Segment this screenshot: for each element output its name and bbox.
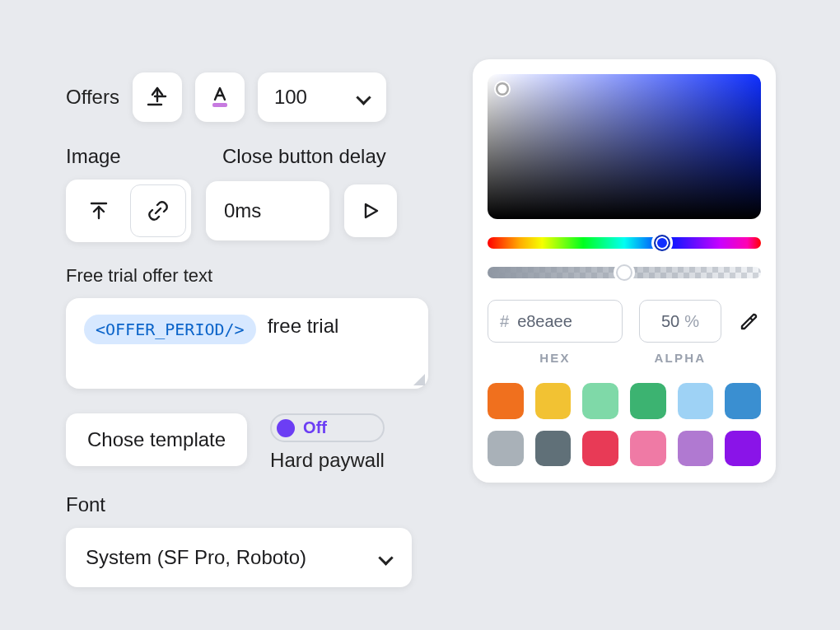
strikethrough-button[interactable] (133, 72, 182, 122)
font-size-value: 100 (274, 86, 307, 109)
swatch-grid (488, 383, 761, 466)
alpha-input[interactable]: 50 % (639, 300, 721, 343)
eyedropper-icon (739, 310, 760, 332)
toggle-state-label: Off (303, 418, 327, 437)
hex-value: e8eaee (517, 312, 572, 331)
hex-field-label: HEX (488, 351, 623, 365)
hue-slider[interactable] (488, 237, 761, 249)
image-delay-row: 0ms (66, 180, 445, 242)
swatch[interactable] (678, 383, 714, 419)
upload-icon (86, 198, 111, 223)
swatch[interactable] (630, 431, 666, 467)
image-delay-labels: Image Close button delay (66, 145, 445, 168)
percent-icon: % (684, 312, 699, 331)
swatch[interactable] (582, 431, 618, 467)
close-delay-value: 0ms (224, 199, 261, 222)
color-gradient-area[interactable] (488, 74, 761, 219)
image-label: Image (66, 145, 222, 168)
font-label: Font (66, 493, 445, 516)
hard-paywall-group: Off Hard paywall (270, 413, 385, 472)
font-value: System (SF Pro, Roboto) (86, 546, 306, 569)
template-row: Chose template Off Hard paywall (66, 413, 445, 472)
choose-template-button[interactable]: Chose template (66, 413, 247, 466)
swatch[interactable] (535, 431, 572, 467)
upload-image-button[interactable] (71, 184, 127, 237)
hash-icon: # (500, 312, 509, 331)
alpha-slider[interactable] (488, 267, 761, 278)
swatch[interactable] (678, 431, 714, 467)
alpha-field-label: ALPHA (639, 351, 721, 365)
alpha-thumb[interactable] (616, 264, 632, 281)
text-color-icon (208, 85, 232, 110)
hard-paywall-caption: Hard paywall (270, 449, 385, 472)
color-value-row: # e8eaee 50 % (488, 300, 761, 343)
swatch[interactable] (488, 383, 524, 419)
free-trial-label: Free trial offer text (66, 265, 445, 287)
offers-row: Offers 100 (66, 72, 445, 122)
strikethrough-icon (145, 85, 170, 110)
color-value-labels: HEX ALPHA (488, 351, 761, 365)
image-url-button[interactable] (130, 184, 186, 237)
free-trial-suffix: free trial (268, 315, 339, 338)
swatch[interactable] (582, 383, 618, 419)
eyedropper-button[interactable] (738, 310, 761, 333)
link-icon (145, 198, 171, 224)
choose-template-label: Chose template (87, 428, 226, 450)
hue-thumb[interactable] (654, 235, 670, 251)
alpha-value: 50 (661, 312, 679, 331)
free-trial-text-input[interactable]: <OFFER_PERIOD/> free trial (66, 298, 428, 389)
close-delay-input[interactable]: 0ms (206, 181, 329, 240)
preview-play-button[interactable] (344, 184, 397, 237)
toggle-knob-icon (277, 419, 295, 437)
chevron-down-icon (357, 91, 370, 104)
color-picker-panel: # e8eaee 50 % HEX ALPHA (473, 59, 776, 483)
swatch[interactable] (535, 383, 572, 419)
swatch[interactable] (725, 431, 761, 467)
text-color-button[interactable] (195, 72, 245, 122)
hex-input[interactable]: # e8eaee (488, 300, 623, 343)
swatch[interactable] (630, 383, 666, 419)
font-size-select[interactable]: 100 (258, 72, 386, 122)
offer-period-token[interactable]: <OFFER_PERIOD/> (84, 315, 256, 344)
hard-paywall-toggle[interactable]: Off (270, 413, 385, 442)
swatch[interactable] (725, 383, 761, 419)
play-icon (359, 199, 382, 222)
close-delay-label: Close button delay (222, 145, 386, 168)
offers-label: Offers (66, 86, 119, 109)
settings-left-column: Offers 100 (66, 72, 445, 587)
color-gradient-cursor[interactable] (496, 82, 509, 96)
image-source-segmented (66, 180, 191, 242)
svg-rect-0 (212, 103, 227, 107)
chevron-down-icon (379, 551, 392, 564)
font-select[interactable]: System (SF Pro, Roboto) (66, 528, 412, 587)
swatch[interactable] (488, 431, 524, 467)
